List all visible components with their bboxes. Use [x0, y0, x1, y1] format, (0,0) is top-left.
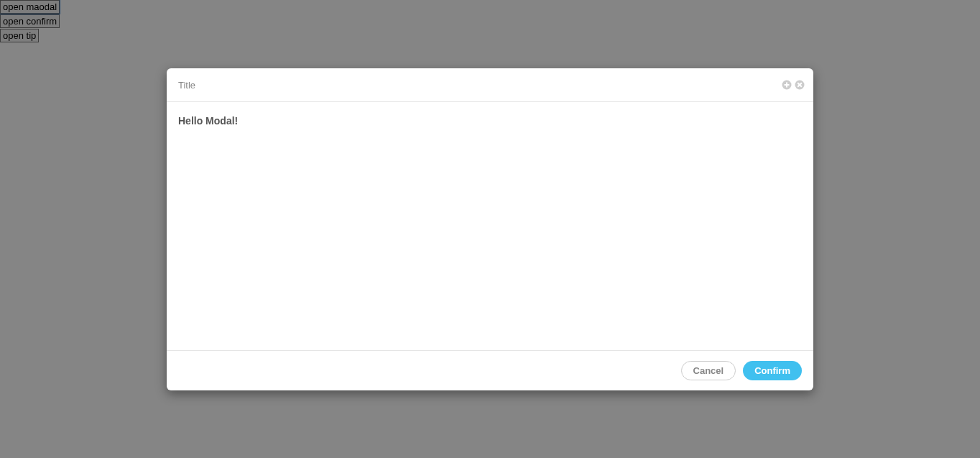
- modal-body-text: Hello Modal!: [178, 115, 238, 127]
- modal-header-icons: [782, 80, 805, 90]
- modal-dialog: Title Hello Modal! Cancel Confirm: [167, 68, 813, 390]
- confirm-button[interactable]: Confirm: [743, 361, 802, 380]
- plus-icon[interactable]: [782, 80, 792, 90]
- modal-header: Title: [167, 68, 813, 102]
- close-icon[interactable]: [795, 80, 805, 90]
- modal-title: Title: [178, 80, 195, 91]
- cancel-button[interactable]: Cancel: [681, 361, 736, 380]
- modal-footer: Cancel Confirm: [167, 350, 813, 390]
- modal-body: Hello Modal!: [167, 102, 813, 350]
